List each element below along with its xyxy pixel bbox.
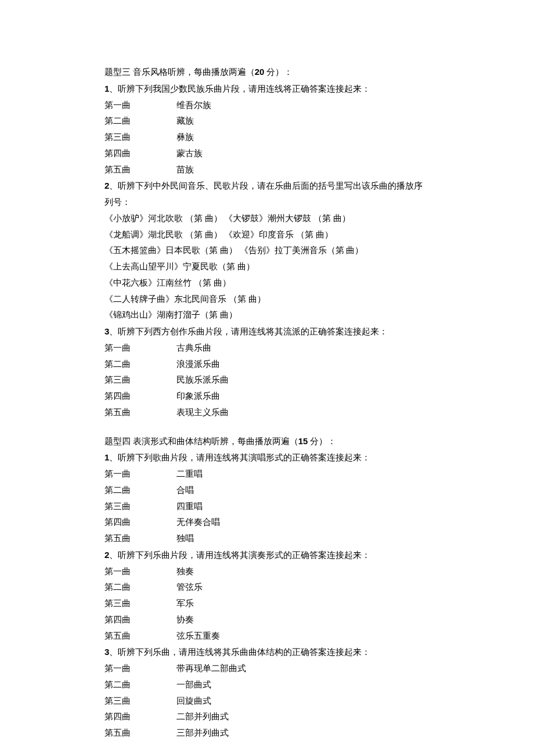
match-right: 浪漫派乐曲	[176, 359, 220, 369]
match-right: 协奏	[176, 615, 194, 624]
match-left: 第一曲	[104, 100, 131, 110]
q-prompt: 、听辨下列乐曲片段，请用连线将其演奏形式的正确答案连接起来：	[109, 550, 370, 560]
section3-heading-suffix: 分）：	[264, 67, 293, 77]
match-row: 第二曲 藏族	[104, 113, 430, 129]
match-row: 第五曲 表现主义乐曲	[104, 405, 430, 421]
fill-line: 《上去高山望平川》宁夏民歌（第 曲）	[104, 259, 430, 275]
match-right: 维吾尔族	[176, 100, 211, 110]
match-row: 第二曲 合唱	[104, 483, 430, 499]
match-right: 二重唱	[176, 469, 203, 478]
match-row: 第三曲 军乐	[104, 596, 430, 612]
match-right: 四重唱	[176, 502, 203, 511]
match-left: 第二曲	[104, 680, 131, 689]
match-left: 第一曲	[104, 567, 131, 576]
q-prompt: 、听辨下列歌曲片段，请用连线将其演唱形式的正确答案连接起来：	[109, 453, 370, 462]
match-right: 表现主义乐曲	[176, 408, 229, 417]
match-right: 蒙古族	[176, 149, 203, 158]
match-left: 第四曲	[104, 149, 131, 158]
match-right: 独唱	[176, 534, 194, 543]
section3-points: 20	[255, 67, 265, 77]
section3-q2-prompt: 2、听辨下列中外民间音乐、民歌片段，请在乐曲后面的括号里写出该乐曲的播放序列号：	[104, 178, 430, 211]
section5-heading: 题型五：选择判断。请在每道题后面的括号中填入你认为正确答案的字母。（5 分）	[104, 754, 430, 756]
section3-q1-prompt: 1、听辨下列我国少数民族乐曲片段，请用连线将正确答案连接起来：	[104, 81, 430, 98]
match-right: 回旋曲式	[176, 696, 211, 705]
match-left: 第四曲	[104, 712, 131, 721]
match-left: 第一曲	[104, 664, 131, 673]
match-row: 第四曲 蒙古族	[104, 146, 430, 162]
q-prompt: 、听辨下列乐曲，请用连线将其乐曲曲体结构的正确答案连接起来：	[109, 647, 370, 657]
match-row: 第二曲 一部曲式	[104, 677, 430, 693]
match-right: 管弦乐	[176, 582, 203, 592]
match-row: 第四曲 无伴奏合唱	[104, 514, 430, 531]
match-left: 第四曲	[104, 391, 131, 401]
fill-line: 《龙船调》湖北民歌 （第 曲） 《欢迎》印度音乐 （第 曲）	[104, 227, 430, 243]
section3-q3-prompt: 3、听辨下列西方创作乐曲片段，请用连线将其流派的正确答案连接起来：	[104, 323, 430, 340]
match-right: 带再现单二部曲式	[176, 664, 246, 673]
section4-q1-prompt: 1、听辨下列歌曲片段，请用连线将其演唱形式的正确答案连接起来：	[104, 449, 430, 466]
match-right: 苗族	[176, 165, 194, 174]
match-row: 第一曲 独奏	[104, 564, 430, 580]
match-left: 第五曲	[104, 631, 131, 640]
match-right: 二部并列曲式	[176, 712, 229, 721]
match-row: 第四曲 印象派乐曲	[104, 388, 430, 405]
fill-line: 《五木摇篮曲》日本民歌（第 曲） 《告别》拉丁美洲音乐（第 曲）	[104, 243, 430, 259]
section4-heading: 题型四 表演形式和曲体结构听辨，每曲播放两遍（15 分）：	[104, 433, 430, 450]
match-left: 第三曲	[104, 502, 131, 511]
match-left: 第五曲	[104, 165, 131, 174]
fill-line: 《小放驴》河北吹歌 （第 曲） 《大锣鼓》潮州大锣鼓 （第 曲）	[104, 211, 430, 227]
match-right: 无伴奏合唱	[176, 517, 220, 527]
section4-heading-prefix: 题型四 表演形式和曲体结构听辨，每曲播放两遍（	[104, 437, 298, 446]
section4-points: 15	[298, 436, 308, 446]
q-prompt: 、听辨下列西方创作乐曲片段，请用连线将其流派的正确答案连接起来：	[109, 327, 388, 336]
match-right: 合唱	[176, 485, 194, 495]
match-row: 第四曲 二部并列曲式	[104, 709, 430, 725]
section3-heading-prefix: 题型三 音乐风格听辨，每曲播放两遍（	[104, 67, 255, 77]
match-row: 第二曲 管弦乐	[104, 579, 430, 596]
section4-q2-prompt: 2、听辨下列乐曲片段，请用连线将其演奏形式的正确答案连接起来：	[104, 547, 430, 564]
match-right: 一部曲式	[176, 680, 211, 689]
match-left: 第四曲	[104, 615, 131, 624]
match-row: 第一曲 古典乐曲	[104, 340, 430, 357]
match-left: 第五曲	[104, 408, 131, 417]
section4-heading-suffix: 分）：	[308, 437, 336, 446]
match-left: 第五曲	[104, 534, 131, 543]
match-left: 第二曲	[104, 582, 131, 592]
match-right: 民族乐派乐曲	[176, 375, 229, 384]
fill-line: 《中花六板》江南丝竹 （第 曲）	[104, 275, 430, 291]
section-gap	[104, 421, 430, 433]
match-left: 第一曲	[104, 469, 131, 478]
match-row: 第五曲 苗族	[104, 162, 430, 178]
match-row: 第五曲 独唱	[104, 531, 430, 547]
match-right: 彝族	[176, 132, 194, 142]
match-row: 第三曲 四重唱	[104, 499, 430, 515]
match-left: 第三曲	[104, 132, 131, 142]
match-row: 第一曲 维吾尔族	[104, 98, 430, 114]
match-left: 第二曲	[104, 116, 131, 125]
match-row: 第三曲 回旋曲式	[104, 693, 430, 710]
section4-q3-prompt: 3、听辨下列乐曲，请用连线将其乐曲曲体结构的正确答案连接起来：	[104, 644, 430, 661]
section3-heading: 题型三 音乐风格听辨，每曲播放两遍（20 分）：	[104, 64, 430, 81]
match-right: 独奏	[176, 567, 194, 576]
match-left: 第三曲	[104, 375, 131, 384]
match-row: 第三曲 彝族	[104, 129, 430, 146]
match-right: 三部并列曲式	[176, 728, 229, 737]
section-gap	[104, 741, 430, 754]
match-left: 第三曲	[104, 599, 131, 608]
match-right: 古典乐曲	[176, 343, 211, 352]
match-right: 印象派乐曲	[176, 391, 220, 401]
match-row: 第一曲 二重唱	[104, 466, 430, 483]
q-prompt: 、听辨下列我国少数民族乐曲片段，请用连线将正确答案连接起来：	[109, 84, 370, 93]
match-row: 第五曲 三部并列曲式	[104, 725, 430, 741]
fill-line: 《二人转牌子曲》东北民间音乐 （第 曲）	[104, 291, 430, 308]
match-right: 弦乐五重奏	[176, 631, 220, 640]
q-prompt: 、听辨下列中外民间音乐、民歌片段，请在乐曲后面的括号里写出该乐曲的播放序列号：	[104, 181, 423, 207]
match-row: 第三曲 民族乐派乐曲	[104, 372, 430, 388]
fill-line: 《锦鸡出山》湖南打溜子（第 曲）	[104, 307, 430, 323]
match-row: 第四曲 协奏	[104, 612, 430, 628]
match-left: 第四曲	[104, 517, 131, 527]
match-row: 第二曲 浪漫派乐曲	[104, 357, 430, 373]
match-left: 第一曲	[104, 343, 131, 352]
document-page: 题型三 音乐风格听辨，每曲播放两遍（20 分）： 1、听辨下列我国少数民族乐曲片…	[0, 0, 534, 756]
match-right: 藏族	[176, 116, 194, 125]
match-left: 第五曲	[104, 728, 131, 737]
